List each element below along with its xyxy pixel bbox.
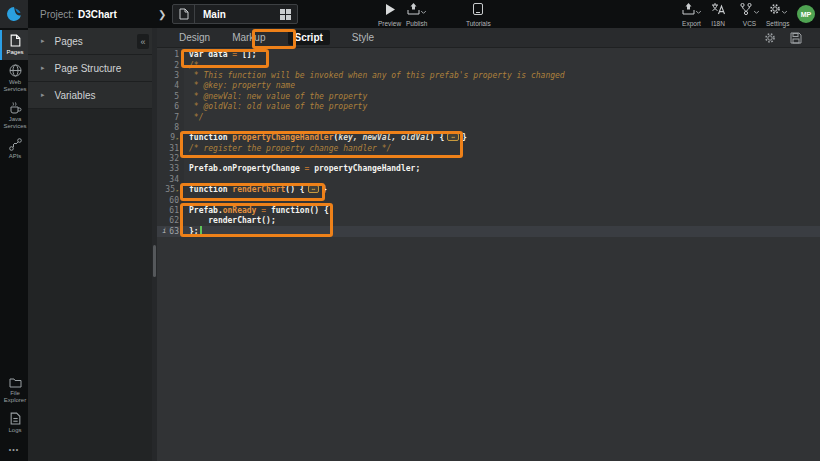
code-line-33[interactable]: 33Prefab.onPropertyChange = propertyChan… [157, 164, 820, 174]
script-settings-gear-icon[interactable] [764, 32, 776, 44]
vcs-button[interactable]: VCS [740, 2, 759, 27]
chevron-down-icon [754, 10, 759, 15]
folded-code-icon[interactable]: ↔ [447, 133, 459, 141]
code-token: */ [189, 113, 203, 122]
code-line-35[interactable]: 35▸function renderChart() {↔} [157, 185, 820, 195]
user-avatar[interactable]: MP [797, 5, 815, 23]
settings-button[interactable]: Settings [766, 2, 790, 27]
preview-button[interactable]: Preview [378, 2, 401, 27]
line-number[interactable]: 61 [157, 205, 184, 215]
editor-tab-bar: Design Markup Script Style [157, 28, 820, 48]
chevron-down-icon [782, 10, 787, 15]
tab-markup[interactable]: Markup [232, 32, 265, 43]
code-line-1[interactable]: 1var data = []; [157, 50, 820, 60]
line-number[interactable]: 32 [157, 153, 184, 163]
i18n-label: I18N [711, 20, 725, 27]
rail-item-java-services[interactable]: Java Services [0, 97, 28, 134]
rail-item-logs[interactable]: Logs [0, 408, 28, 438]
code-line-7[interactable]: 7 */ [157, 112, 820, 122]
code-line-61[interactable]: 61Prefab.onReady = function() { [157, 205, 820, 215]
line-number[interactable]: 1 [157, 50, 184, 60]
accordion-section-variables[interactable]: ▸ Variables [28, 82, 152, 109]
code-token: renderChart(); [189, 216, 276, 225]
code-line-60[interactable]: 60 [157, 195, 820, 205]
i18n-button[interactable]: I18N [711, 2, 725, 27]
line-number[interactable]: 9▸ [157, 133, 184, 143]
code-line-63[interactable]: i63}; [157, 226, 820, 236]
publish-button[interactable]: Publish [406, 2, 427, 27]
code-line-62[interactable]: 62 renderChart(); [157, 216, 820, 226]
java-services-cup-icon [9, 101, 22, 114]
code-token: function [189, 185, 232, 194]
code-line-32[interactable]: 32 [157, 153, 820, 163]
code-token: * This function will be invoked when any… [189, 71, 565, 80]
line-number[interactable]: 5 [157, 91, 184, 101]
line-number[interactable]: 3 [157, 70, 184, 80]
app-logo[interactable] [0, 0, 28, 28]
code-line-9[interactable]: 9▸function propertyChangeHandler(key, ne… [157, 133, 820, 143]
rail-item-file-explorer[interactable]: File Explorer [0, 373, 28, 408]
line-number[interactable]: 2 [157, 60, 184, 70]
code-line-4[interactable]: 4 * @key: property name [157, 81, 820, 91]
scrollbar-thumb[interactable] [153, 245, 156, 277]
code-line-5[interactable]: 5 * @newVal: new value of the property [157, 91, 820, 101]
line-text: /* [184, 61, 199, 70]
panel-scrollbar[interactable] [152, 28, 157, 461]
line-number[interactable]: 31 [157, 143, 184, 153]
tab-script[interactable]: Script [288, 30, 330, 45]
code-token: } [462, 133, 467, 142]
code-line-8[interactable]: 8 [157, 122, 820, 132]
code-line-2[interactable]: 2/* [157, 60, 820, 70]
code-token: () { [285, 185, 304, 194]
line-number[interactable]: 62 [157, 216, 184, 226]
collapse-panel-button[interactable]: « [137, 34, 149, 49]
accordion-section-page-structure[interactable]: ▸ Page Structure [28, 55, 152, 82]
line-number[interactable]: 6 [157, 101, 184, 111]
code-token: Prefab.onPropertyChange [189, 164, 305, 173]
grid-layout-icon[interactable] [280, 9, 291, 20]
line-number[interactable]: 60 [157, 195, 184, 205]
save-icon[interactable] [790, 32, 802, 44]
tab-style[interactable]: Style [352, 32, 374, 43]
code-line-3[interactable]: 3 * This function will be invoked when a… [157, 70, 820, 80]
file-explorer-folder-icon [9, 377, 22, 388]
line-number[interactable]: 7 [157, 112, 184, 122]
fold-arrow-icon[interactable]: ▸ [176, 135, 179, 141]
line-text: * @newVal: new value of the property [184, 92, 367, 101]
line-number[interactable]: 35▸ [157, 185, 184, 195]
apis-connector-icon [9, 138, 22, 151]
code-line-6[interactable]: 6 * @oldVal: old value of the property [157, 101, 820, 111]
rail-item-pages[interactable]: Pages [0, 30, 28, 60]
chevron-right-icon: ❯ [158, 0, 166, 28]
line-number[interactable]: i63 [157, 226, 184, 236]
fold-arrow-icon[interactable]: ▸ [176, 187, 179, 193]
chevron-down-icon [421, 10, 426, 15]
export-label: Export [682, 20, 701, 27]
code-lines: 1var data = [];2/*3 * This function will… [157, 50, 820, 237]
rail-item-web-services[interactable]: Web Services [0, 60, 28, 97]
script-editor[interactable]: 1var data = [];2/*3 * This function will… [157, 48, 820, 461]
line-number[interactable]: 34 [157, 174, 184, 184]
accordion-label: Page Structure [55, 63, 122, 74]
chevron-down-icon [696, 10, 701, 15]
export-button[interactable]: Export [682, 2, 701, 27]
rail-label: Logs [8, 427, 21, 434]
folded-code-icon[interactable]: ↔ [308, 185, 320, 193]
code-line-31[interactable]: 31/* register the property change handle… [157, 143, 820, 153]
line-number[interactable]: 8 [157, 122, 184, 132]
i18n-translate-icon [711, 2, 725, 15]
code-line-34[interactable]: 34 [157, 174, 820, 184]
line-number[interactable]: 33 [157, 164, 184, 174]
code-token: []; [237, 50, 256, 59]
page-tab-main[interactable]: Main [172, 4, 298, 24]
line-number[interactable]: 4 [157, 81, 184, 91]
rail-item-apis[interactable]: APIs [0, 134, 28, 164]
left-icon-rail: Pages Web Services Java Services APIs Fi… [0, 28, 28, 461]
more-options-icon[interactable]: ••• [0, 446, 28, 453]
accordion-section-pages[interactable]: ▸ Pages « [28, 28, 152, 55]
line-text: function renderChart() {↔} [184, 185, 327, 194]
tutorials-button[interactable]: Tutorials [466, 2, 491, 27]
tab-design[interactable]: Design [179, 32, 210, 43]
line-text: }; [184, 226, 202, 236]
code-token: * @oldVal: old value of the property [189, 102, 367, 111]
